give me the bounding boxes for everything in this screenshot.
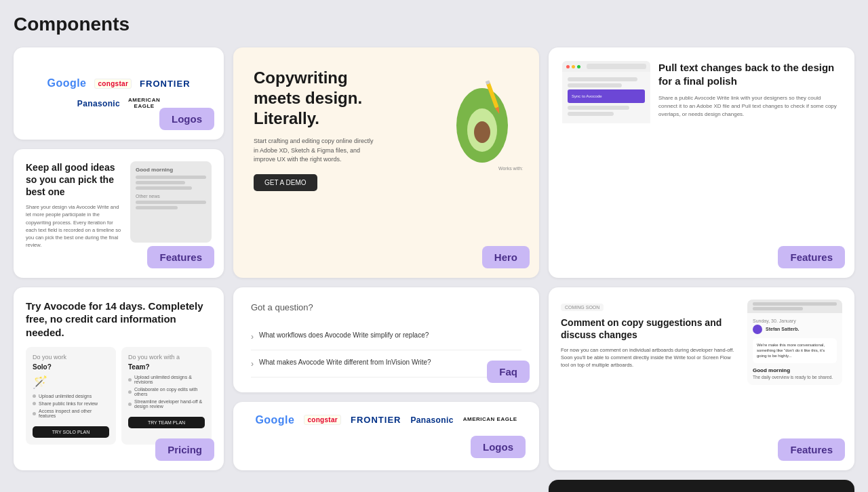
comment-sub: The daily overview is ready to be shared… xyxy=(753,375,837,380)
logo-frontier: FRONTIER xyxy=(140,79,190,89)
faq-arrow-icon: › xyxy=(251,332,254,342)
features1-badge: Features xyxy=(778,246,845,268)
faq-text-1: What workflows does Avocode Write simpli… xyxy=(259,331,429,339)
features1-headline: Pull text changes back to the design for… xyxy=(658,61,841,87)
comment-preview: We're make this more conversational, som… xyxy=(753,338,837,363)
features1-description: Share a public Avocode Write link with y… xyxy=(658,94,841,119)
solo-icon: 🪄 xyxy=(33,375,109,390)
features2-badge: Features xyxy=(147,246,214,268)
hero-card: Copywriting meets design. Literally. Sta… xyxy=(233,47,539,278)
solo-feature-2: Share public links for review xyxy=(33,401,109,406)
coming-soon-badge: COMING SOON xyxy=(561,304,604,311)
logo-american-eagle: AMERICANEAGLE xyxy=(128,98,160,110)
logo-google: Google xyxy=(47,77,86,89)
faq-item-2[interactable]: › What makes Avocode Write different fro… xyxy=(251,350,521,377)
faq-card: Got a question? › What workflows does Av… xyxy=(233,287,539,392)
team-plan-button[interactable]: TRY TEAM PLAN xyxy=(128,417,205,428)
logo2-american-eagle: AMERICAN EAGLE xyxy=(463,417,517,423)
comment-name: Good morning xyxy=(753,367,837,373)
features2-text: Keep all good ideas so you can pick the … xyxy=(26,161,123,249)
faq-item-1[interactable]: › What workflows does Avocode Write simp… xyxy=(251,323,521,350)
faq-text-2: What makes Avocode Write different from … xyxy=(259,358,431,366)
features-card-2: Keep all good ideas so you can pick the … xyxy=(14,149,224,278)
logo2-google: Google xyxy=(255,414,294,426)
faq-arrow-icon-2: › xyxy=(251,359,254,369)
logos-card-1: Google congstar FRONTIER Panasonic AMERI… xyxy=(14,47,224,140)
logos-badge: Logos xyxy=(159,108,214,130)
logo-panasonic: Panasonic xyxy=(77,99,120,108)
team-feature-3: Streamline developer hand-off & design r… xyxy=(128,399,205,409)
features1-text: Pull text changes back to the design for… xyxy=(658,61,841,119)
pricing-solo-column: Do you work Solo? 🪄 Upload unlimited des… xyxy=(26,347,116,445)
hero-badge: Hero xyxy=(482,246,530,268)
team-feature-1: Upload unlimited designs & revisions xyxy=(128,375,205,384)
pricing-columns: Do you work Solo? 🪄 Upload unlimited des… xyxy=(26,347,212,445)
logo2-frontier: FRONTIER xyxy=(351,415,401,425)
features3-description: For now you can comment on individual ar… xyxy=(561,346,739,369)
logos2-badge: Logos xyxy=(471,436,526,458)
logo2-congstar: congstar xyxy=(304,415,341,425)
avocado-icon xyxy=(448,68,516,169)
features3-badge: Features xyxy=(778,438,845,461)
features3-headline: Comment on copy suggestions and discuss … xyxy=(561,316,739,341)
hero-text: Copywriting meets design. Literally. Sta… xyxy=(254,68,379,191)
hero-description: Start crafting and editing copy online d… xyxy=(254,137,379,165)
features2-description: Share your design via Avocode Write and … xyxy=(26,203,123,249)
logo2-panasonic: Panasonic xyxy=(410,415,453,425)
hero-headline: Copywriting meets design. Literally. xyxy=(254,68,376,129)
logos-card-2: Google congstar FRONTIER Panasonic AMERI… xyxy=(233,402,539,470)
features-card-3: COMING SOON Comment on copy suggestions … xyxy=(549,287,854,470)
pricing-headline: Try Avocode for 14 days. Completely free… xyxy=(26,300,212,340)
pricing-badge: Pricing xyxy=(155,438,214,461)
features-card-1: Sync to Avocode Pull text changes back t… xyxy=(549,47,854,278)
svg-point-2 xyxy=(474,121,490,143)
team-feature-2: Collaborate on copy edits with others xyxy=(128,387,205,396)
faq-badge: Faq xyxy=(487,361,530,383)
hero-works-with: Works with: xyxy=(498,166,523,171)
footer-card: Product Download Pricing Web app Changel… xyxy=(549,480,854,492)
features2-screenshot: Good morning Other news xyxy=(130,161,212,243)
features3-text: COMING SOON Comment on copy suggestions … xyxy=(561,300,739,369)
hero-cta-button[interactable]: GET A DEMO xyxy=(254,174,317,191)
faq-question-label: Got a question? xyxy=(251,302,521,312)
comment-date: Sunday, 30. January xyxy=(753,319,837,323)
hero-illustration: Works with: xyxy=(441,68,523,176)
solo-plan-button[interactable]: TRY SOLO PLAN xyxy=(33,426,109,438)
features1-screenshot: Sync to Avocode xyxy=(562,61,650,123)
logo-congstar: congstar xyxy=(94,79,132,89)
features2-headline: Keep all good ideas so you can pick the … xyxy=(26,161,123,199)
features3-screenshot: Sunday, 30. January Stefan Satterb. We'r… xyxy=(747,300,842,385)
solo-feature-3: Access inspect and other features xyxy=(33,409,109,418)
page-title: Components xyxy=(14,14,854,35)
solo-feature-1: Upload unlimited designs xyxy=(33,394,109,398)
pricing-team-column: Do you work with a Team? Upload unlimite… xyxy=(121,347,212,445)
pricing-card: Try Avocode for 14 days. Completely free… xyxy=(14,287,224,470)
